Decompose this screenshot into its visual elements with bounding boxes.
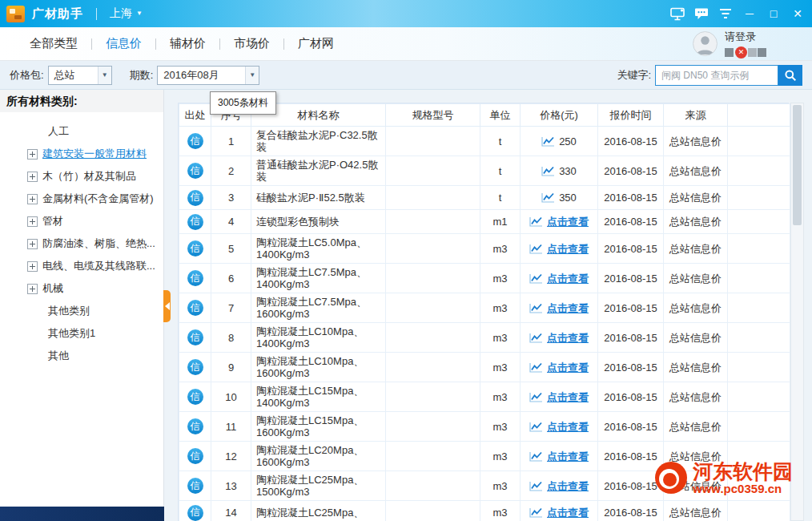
info-badge[interactable]: 信	[187, 190, 203, 206]
table-row[interactable]: 信5陶粒混凝土LC5.0Mpa、1400Kg/m3m3点击查看2016-08-1…	[179, 234, 790, 264]
remote-monitor-icon[interactable]	[666, 4, 689, 23]
info-badge[interactable]: 信	[187, 214, 203, 230]
view-price-link[interactable]: 点击查看	[547, 302, 589, 314]
sidebar-item[interactable]: 金属材料(不含金属管材)	[0, 188, 163, 210]
info-badge[interactable]: 信	[187, 270, 203, 286]
sidebar-item-label: 管材	[42, 214, 63, 228]
info-badge[interactable]: 信	[187, 359, 203, 375]
minimize-button[interactable]: ─	[738, 4, 761, 23]
sidebar-item[interactable]: 其他类别1	[0, 322, 163, 345]
table-row[interactable]: 信9陶粒混凝土LC10Mpa、1600Kg/m3m3点击查看2016-08-15…	[179, 353, 790, 382]
keyword-input[interactable]	[655, 65, 778, 86]
sidebar-item[interactable]: 其他类别	[0, 300, 163, 322]
view-price-link[interactable]: 点击查看	[547, 361, 589, 374]
info-badge[interactable]: 信	[187, 505, 203, 521]
tab[interactable]: 辅材价	[170, 36, 206, 51]
expand-plus-icon[interactable]	[27, 172, 38, 182]
view-price-link[interactable]: 点击查看	[547, 391, 589, 403]
price-trend-icon[interactable]	[541, 136, 555, 147]
info-badge[interactable]: 信	[187, 329, 203, 345]
view-price-link[interactable]: 点击查看	[547, 450, 589, 462]
sidebar-item[interactable]: 电线、电缆及其线路联...	[0, 255, 163, 277]
expand-plus-icon[interactable]	[27, 149, 38, 160]
price-trend-icon[interactable]	[529, 244, 543, 254]
table-row[interactable]: 信3硅酸盐水泥P·Ⅱ52.5散装t3502016-08-15总站信息价	[179, 186, 790, 210]
price-trend-icon[interactable]	[529, 273, 543, 284]
view-price-link[interactable]: 点击查看	[547, 273, 589, 285]
info-badge[interactable]: 信	[187, 478, 203, 494]
info-badge[interactable]: 信	[187, 300, 203, 316]
offline-x-icon: ✕	[735, 46, 747, 59]
view-price-link[interactable]: 点击查看	[547, 243, 589, 255]
expand-plus-icon[interactable]	[27, 261, 38, 272]
price-trend-icon[interactable]	[529, 507, 543, 518]
expand-plus-icon[interactable]	[27, 194, 38, 204]
view-price-link[interactable]: 点击查看	[547, 332, 589, 344]
price-trend-icon[interactable]	[529, 422, 543, 432]
expand-plus-icon[interactable]	[27, 239, 38, 249]
sidebar-item[interactable]: 人工	[0, 120, 163, 143]
price-trend-icon[interactable]	[529, 392, 543, 402]
price-trend-icon[interactable]	[529, 216, 543, 227]
tab[interactable]: 信息价	[106, 36, 142, 51]
view-price-link[interactable]: 点击查看	[547, 507, 589, 519]
table-row[interactable]: 信10陶粒混凝土LC15Mpa、1400Kg/m3m3点击查看2016-08-1…	[179, 382, 790, 412]
view-price-link[interactable]: 点击查看	[547, 216, 589, 228]
avatar[interactable]	[693, 31, 718, 56]
table-row[interactable]: 信14陶粒混凝土LC25Mpa、m3点击查看2016-08-15总站信息价	[179, 501, 790, 521]
cell-source-badge: 信	[179, 501, 211, 521]
price-trend-icon[interactable]	[529, 303, 543, 313]
close-button[interactable]: ✕	[786, 4, 809, 23]
table-row[interactable]: 信1复合硅酸盐水泥P·C32.5散装t2502016-08-15总站信息价	[179, 127, 790, 156]
sidebar-item[interactable]: 其他	[0, 345, 163, 367]
search-button[interactable]	[778, 65, 802, 86]
cell-spec	[386, 412, 480, 442]
table-row[interactable]: 信6陶粒混凝土LC7.5Mpa、1400Kg/m3m3点击查看2016-08-1…	[179, 264, 790, 293]
login-status-widget[interactable]: ✕	[725, 46, 767, 59]
price-trend-icon[interactable]	[529, 451, 543, 462]
scrollbar-thumb[interactable]	[793, 105, 802, 225]
tab[interactable]: 市场价	[234, 36, 270, 51]
cell-price: 250	[521, 127, 598, 156]
city-selector[interactable]: 上海 ▼	[110, 6, 143, 21]
price-trend-icon[interactable]	[529, 333, 543, 343]
cell-price: 点击查看	[521, 234, 598, 264]
expand-plus-icon[interactable]	[27, 216, 38, 227]
sidebar-item[interactable]: 建筑安装一般常用材料	[0, 143, 163, 165]
table-row[interactable]: 信4连锁型彩色预制块m1点击查看2016-08-15总站信息价	[179, 210, 790, 234]
info-badge[interactable]: 信	[187, 448, 203, 464]
login-link[interactable]: 请登录	[725, 30, 767, 44]
table-row[interactable]: 信7陶粒混凝土LC7.5Mpa、1600Kg/m3m3点击查看2016-08-1…	[179, 293, 790, 323]
filter-icon[interactable]	[714, 4, 737, 23]
price-trend-icon[interactable]	[529, 481, 543, 491]
table-row[interactable]: 信11陶粒混凝土LC15Mpa、1600Kg/m3m3点击查看2016-08-1…	[179, 412, 790, 442]
view-price-link[interactable]: 点击查看	[547, 480, 589, 492]
view-price-link[interactable]: 点击查看	[547, 421, 589, 433]
price-trend-icon[interactable]	[541, 166, 555, 176]
price-trend-icon[interactable]	[541, 192, 555, 203]
table-row[interactable]: 信8陶粒混凝土LC10Mpa、1400Kg/m3m3点击查看2016-08-15…	[179, 323, 790, 353]
info-badge[interactable]: 信	[187, 133, 203, 149]
price-pack-dropdown[interactable]: 总站 ▼	[48, 66, 112, 85]
tab[interactable]: 广材网	[298, 36, 334, 51]
sidebar-collapse-handle[interactable]	[163, 290, 171, 322]
sidebar-item[interactable]: 防腐油漆、树脂、绝热...	[0, 232, 163, 255]
info-badge[interactable]: 信	[187, 389, 203, 405]
cell-quote-date: 2016-08-15	[598, 127, 664, 156]
info-badge[interactable]: 信	[187, 418, 203, 434]
sidebar-item[interactable]: 机械	[0, 277, 163, 300]
vertical-scrollbar[interactable]	[790, 103, 804, 521]
chat-icon[interactable]	[690, 4, 713, 23]
info-badge[interactable]: 信	[187, 240, 203, 256]
sidebar-item[interactable]: 管材	[0, 210, 163, 232]
tab[interactable]: 全部类型	[30, 36, 78, 51]
app-window: 广材助手 上海 ▼ ─ □ ✕ 全部类型信息价辅材价市场价广材网	[0, 0, 812, 521]
maximize-button[interactable]: □	[762, 4, 785, 23]
expand-plus-icon[interactable]	[27, 284, 38, 294]
price-trend-icon[interactable]	[529, 362, 543, 373]
sidebar-item[interactable]: 木（竹）材及其制品	[0, 165, 163, 188]
cell-serial: 11	[211, 412, 251, 442]
period-dropdown[interactable]: 2016年08月 ▼	[157, 66, 259, 85]
info-badge[interactable]: 信	[187, 163, 203, 179]
table-row[interactable]: 信2普通硅酸盐水泥P·O42.5散装t3302016-08-15总站信息价	[179, 156, 790, 186]
